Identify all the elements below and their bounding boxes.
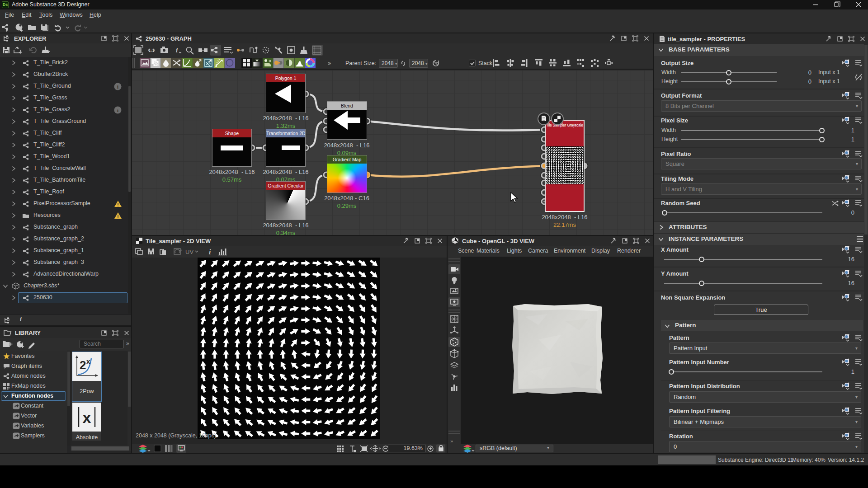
svg-text:x: x: [86, 357, 90, 365]
svg-text:i: i: [117, 84, 118, 89]
svg-text:i: i: [209, 248, 211, 256]
svg-text:»: »: [450, 438, 453, 444]
svg-text:i: i: [176, 47, 178, 54]
svg-text:UV: UV: [185, 249, 193, 255]
svg-text:i: i: [117, 108, 118, 113]
svg-text:2: 2: [80, 358, 86, 372]
svg-text:x: x: [83, 409, 91, 426]
